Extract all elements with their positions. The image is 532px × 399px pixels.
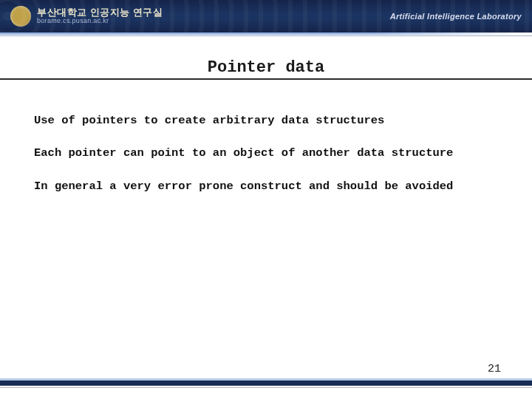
lab-name: Artificial Intelligence Laboratory xyxy=(390,12,522,21)
bullet-item: In general a very error prone construct … xyxy=(34,178,504,194)
university-logo-icon xyxy=(10,6,31,27)
body-area: Use of pointers to create arbitrary data… xyxy=(0,80,532,194)
bullet-item: Each pointer can point to an object of a… xyxy=(34,145,504,161)
header-texts: 부산대학교 인공지능 연구실 borame.cs.pusan.ac.kr xyxy=(37,7,163,25)
slide-title: Pointer data xyxy=(0,58,532,77)
header-thin-underline xyxy=(0,35,532,36)
slide: 부산대학교 인공지능 연구실 borame.cs.pusan.ac.kr Art… xyxy=(0,0,532,399)
header-left: 부산대학교 인공지능 연구실 borame.cs.pusan.ac.kr xyxy=(10,6,163,27)
header-underline xyxy=(0,33,532,35)
header-spacer xyxy=(0,36,532,58)
footer: 21 xyxy=(0,363,532,389)
page-number: 21 xyxy=(488,363,501,375)
org-url: borame.cs.pusan.ac.kr xyxy=(37,18,163,25)
bullet-item: Use of pointers to create arbitrary data… xyxy=(34,112,504,129)
org-title: 부산대학교 인공지능 연구실 xyxy=(37,7,163,18)
footer-bars xyxy=(0,378,532,389)
footer-bar-dark xyxy=(0,381,532,386)
footer-thin-rule xyxy=(0,387,532,388)
header-banner: 부산대학교 인공지능 연구실 borame.cs.pusan.ac.kr Art… xyxy=(0,0,532,33)
